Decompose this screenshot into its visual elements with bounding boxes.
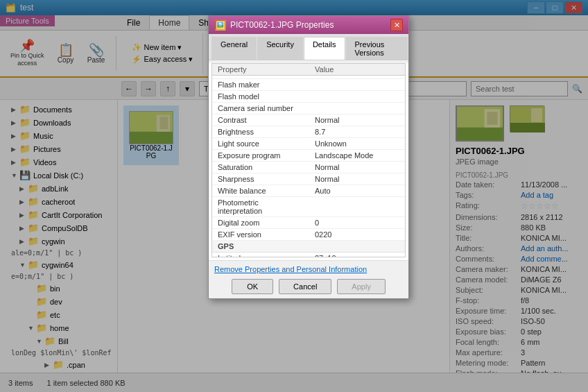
dialog-tab-general[interactable]: General — [211, 37, 257, 60]
table-row: Digital zoom0 — [212, 217, 405, 229]
table-row: Camera serial number — [212, 103, 405, 114]
dialog-footer: Remove Properties and Personal Informati… — [209, 260, 408, 298]
cancel-button[interactable]: Cancel — [279, 279, 331, 294]
apply-button[interactable]: Apply — [337, 279, 386, 294]
table-row: Light sourceUnknown — [212, 138, 405, 150]
table-row: Latitude27; 10; 40.19999999999971... — [212, 253, 405, 258]
table-row: Flash maker — [212, 79, 405, 91]
table-row: Brightness8.7 — [212, 126, 405, 138]
table-row-gps: GPS — [212, 241, 405, 253]
dialog-tab-security[interactable]: Security — [257, 37, 303, 60]
table-row: ContrastNormal — [212, 114, 405, 126]
table-row: SharpnessNormal — [212, 173, 405, 185]
dialog-title-bar: 🖼️ PICT0062-1.JPG Properties ✕ — [209, 16, 408, 34]
dialog-body: Property Value Flash maker Flash model C… — [209, 63, 408, 298]
ok-button[interactable]: OK — [232, 279, 273, 294]
table-row: Flash model — [212, 91, 405, 103]
dialog-close-button[interactable]: ✕ — [390, 19, 403, 31]
dialog-tab-details[interactable]: Details — [304, 37, 345, 60]
remove-properties-link[interactable]: Remove Properties and Personal Informati… — [214, 265, 403, 273]
dialog-scroll-area[interactable]: Property Value Flash maker Flash model C… — [211, 63, 406, 257]
table-row: Photometric interpretation — [212, 197, 405, 217]
dialog-tabs: General Security Details Previous Versio… — [209, 34, 408, 60]
table-row: SaturationNormal — [212, 162, 405, 173]
table-row: White balanceAuto — [212, 185, 405, 197]
table-row: Exposure programLandscape Mode — [212, 150, 405, 162]
properties-dialog: 🖼️ PICT0062-1.JPG Properties ✕ General S… — [208, 15, 409, 299]
dialog-icon: 🖼️ — [214, 19, 226, 31]
table-row: EXIF version0220 — [212, 229, 405, 241]
dialog-tab-previous-versions[interactable]: Previous Versions — [346, 37, 408, 60]
dialog-buttons: OK Cancel Apply — [214, 279, 403, 294]
dialog-properties-table: Flash maker Flash model Camera serial nu… — [212, 76, 405, 257]
